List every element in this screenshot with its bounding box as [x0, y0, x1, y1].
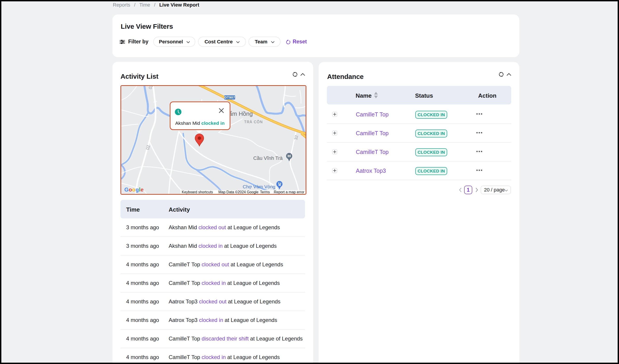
svg-text:32: 32 [293, 135, 299, 140]
svg-text:Cầu Vĩnh Trà: Cầu Vĩnh Trà [253, 155, 282, 161]
svg-text:TRÀ CÔN: TRÀ CÔN [244, 120, 263, 124]
svg-text:Google: Google [124, 186, 144, 193]
svg-text:Chợ Vàm Vòng: Chợ Vàm Vòng [243, 184, 275, 189]
svg-text:DT907: DT907 [224, 95, 235, 99]
